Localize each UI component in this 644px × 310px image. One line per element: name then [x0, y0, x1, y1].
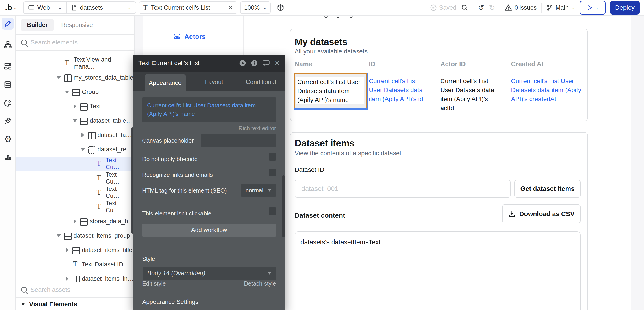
- add-workflow-button[interactable]: Add workflow: [142, 224, 276, 237]
- cell-created-at-text[interactable]: Current cell's List User Datasets data i…: [511, 77, 582, 104]
- component-library-icon[interactable]: [276, 4, 284, 12]
- detach-style-link[interactable]: Detach style: [244, 280, 276, 287]
- my-datasets-card: My datasets All your available datasets.…: [290, 29, 588, 121]
- style-label: Style: [142, 255, 155, 262]
- redo-icon[interactable]: ↻: [489, 4, 495, 12]
- deploy-button[interactable]: Deploy: [610, 1, 640, 15]
- design-tab[interactable]: [2, 18, 14, 30]
- tab-appearance[interactable]: Appearance: [145, 74, 186, 91]
- dataset-id-label: Dataset ID: [295, 166, 324, 174]
- tree-item-label: Group: [82, 88, 99, 95]
- tree-item[interactable]: Text: [16, 99, 131, 113]
- logo-chevron-down-icon[interactable]: ⌄: [14, 5, 17, 10]
- html-tag-dropdown[interactable]: normal: [241, 184, 276, 197]
- cell-actor-id-text[interactable]: Current cell's List User Datasets data i…: [440, 77, 502, 112]
- tree-item[interactable]: dataset_items_title: [16, 243, 131, 257]
- dataset-content-text: datasets's datasetItemsText: [295, 232, 580, 246]
- element-tab[interactable]: T Text Current cell's List ✕: [139, 1, 238, 14]
- recognize-links-checkbox[interactable]: [269, 169, 276, 176]
- style-value: Body 14 (Overridden): [147, 270, 205, 277]
- platform-selector[interactable]: Web ⌄: [24, 2, 66, 14]
- canvas-placeholder-input[interactable]: [201, 134, 276, 147]
- plugins-tab[interactable]: [2, 115, 14, 127]
- rich-text-value-box[interactable]: Current cell's List User Datasets data i…: [142, 97, 276, 122]
- columns-element-icon: [64, 74, 71, 81]
- edit-style-link[interactable]: Edit style: [142, 280, 166, 287]
- page-selector[interactable]: datasets ⌄: [66, 2, 136, 14]
- search-elements-input[interactable]: [30, 39, 120, 46]
- cell-id-text[interactable]: Current cell's List User Datasets data i…: [369, 77, 428, 104]
- columns-element-icon: [88, 132, 95, 138]
- undo-icon[interactable]: ↺: [478, 4, 484, 12]
- styles-tab[interactable]: [2, 97, 14, 109]
- tree-item[interactable]: Text View and mana…: [16, 56, 131, 70]
- tree-item[interactable]: Text Cu…: [16, 200, 131, 214]
- tree-item[interactable]: Text Datasets: [16, 51, 131, 56]
- data-tab[interactable]: [2, 79, 14, 91]
- tree-item[interactable]: dataset_ta…: [16, 128, 131, 142]
- clipped-text-fragment: [337, 16, 339, 18]
- dataset-content-label: Dataset content: [295, 212, 345, 219]
- tree-item[interactable]: Group: [16, 85, 131, 99]
- branch-selector[interactable]: Main ⌄: [546, 4, 575, 11]
- close-tab-icon[interactable]: ✕: [228, 4, 233, 11]
- property-panel-header[interactable]: Text Current cell's List ✕: [133, 55, 286, 72]
- text-element-icon: [96, 204, 103, 210]
- tab-builder[interactable]: Builder: [21, 19, 54, 31]
- panel-scrollbar[interactable]: [282, 175, 284, 237]
- tree-item-label: dataset_items_group: [74, 232, 130, 239]
- rich-text-editor-link[interactable]: Rich text editor: [238, 125, 276, 132]
- zoom-selector[interactable]: 100% ⌄: [240, 1, 271, 14]
- tree-item[interactable]: stores_data_b…: [16, 214, 131, 228]
- platform-page-switcher: Web ⌄ datasets ⌄: [23, 1, 136, 14]
- issues-indicator[interactable]: 0 issues: [504, 4, 536, 12]
- tree-item[interactable]: my_stores_data_table: [16, 70, 131, 85]
- bb-code-checkbox[interactable]: [269, 153, 276, 161]
- text-element-icon: [96, 161, 103, 167]
- tree-item-label: dataset_items_in…: [82, 275, 134, 282]
- selected-text-element-cell[interactable]: Current cell's List User Datasets data i…: [294, 73, 367, 108]
- tree-item[interactable]: dataset_items_in…: [16, 272, 131, 282]
- tab-conditional[interactable]: Conditional: [236, 79, 286, 91]
- get-dataset-items-button[interactable]: Get dataset items: [514, 180, 580, 198]
- close-icon[interactable]: ✕: [274, 59, 280, 67]
- tree-item[interactable]: dataset_items_group: [16, 228, 131, 243]
- clipped-text-fragment: [324, 16, 328, 18]
- tree-item[interactable]: Text Cu…: [16, 185, 131, 200]
- nav-item-actors[interactable]: Actors: [173, 33, 206, 40]
- search-assets-input[interactable]: [30, 286, 116, 293]
- components-icon: [4, 62, 12, 71]
- tab-layout[interactable]: Layout: [194, 79, 235, 91]
- tree-item-label: dataset_table…: [90, 117, 132, 124]
- logs-tab[interactable]: [2, 151, 14, 163]
- play-icon[interactable]: [239, 60, 246, 67]
- element-search: [16, 35, 134, 51]
- dataset-id-input[interactable]: [295, 180, 510, 198]
- tree-item[interactable]: Text Cu…: [16, 171, 131, 185]
- info-icon[interactable]: [251, 60, 258, 67]
- tree-item-label: dataset_items_title: [82, 247, 132, 254]
- not-clickable-checkbox[interactable]: [269, 207, 276, 215]
- bb-code-label: Do not apply bb-code: [142, 156, 198, 163]
- download-csv-button[interactable]: Download as CSV: [502, 204, 580, 223]
- search-icon[interactable]: [461, 4, 468, 12]
- components-tab[interactable]: [2, 60, 14, 72]
- visual-elements-section[interactable]: Visual Elements: [16, 298, 134, 310]
- tree-item[interactable]: dataset_table…: [16, 113, 131, 128]
- bubble-logo[interactable]: .b: [5, 3, 12, 12]
- element-tree-panel: Builder Responsive Text Datasets Text Vi…: [16, 16, 134, 310]
- settings-tab[interactable]: ⚙: [2, 133, 14, 145]
- style-dropdown[interactable]: Body 14 (Overridden): [143, 267, 276, 280]
- tab-responsive[interactable]: Responsive: [61, 22, 93, 29]
- preview-button[interactable]: ⌄: [580, 1, 606, 15]
- tree-item[interactable]: Text Dataset ID: [16, 257, 131, 272]
- comment-icon[interactable]: [262, 59, 270, 67]
- download-icon: [508, 210, 516, 218]
- tree-item-selected[interactable]: Text Cu…: [16, 157, 131, 171]
- tree-item[interactable]: dataset_re…: [16, 142, 131, 157]
- tree-item-label: Text Cu…: [106, 157, 131, 171]
- dropdown-caret-icon: [268, 189, 272, 192]
- check-circle-icon: [430, 4, 437, 11]
- issues-label: 0 issues: [514, 4, 536, 11]
- workflow-tab[interactable]: [2, 39, 14, 51]
